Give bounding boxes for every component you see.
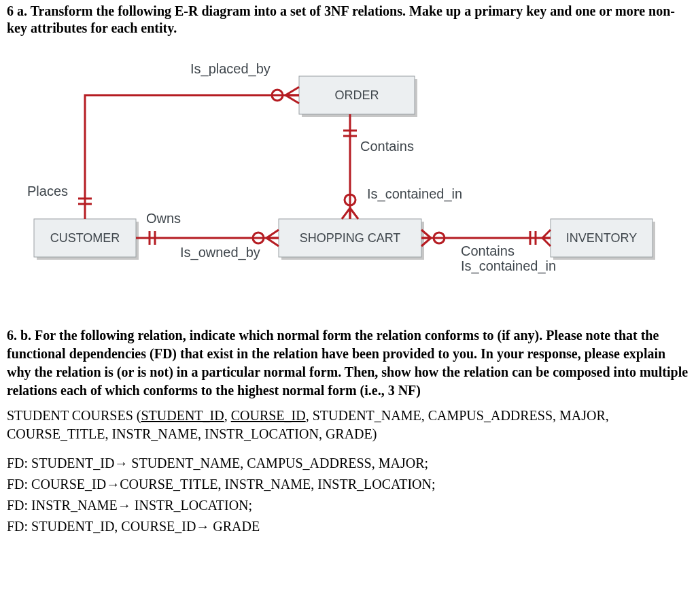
label-contains-right: Contains xyxy=(461,243,515,259)
label-is-contained-in-right: Is_contained_in xyxy=(461,258,556,274)
er-diagram: ORDER CUSTOMER SHOPPING CART INVENTORY xyxy=(7,49,680,307)
label-is-placed-by: Is_placed_by xyxy=(190,61,271,77)
relation-name: STUDENT COURSES xyxy=(7,408,133,423)
label-contains-top: Contains xyxy=(360,139,414,154)
label-places: Places xyxy=(27,184,68,199)
label-is-owned-by: Is_owned_by xyxy=(180,245,260,260)
question-6a: 6 a. Transform the following E-R diagram… xyxy=(7,3,689,37)
entity-inventory-label: INVENTORY xyxy=(566,231,637,245)
label-owns: Owns xyxy=(146,211,181,226)
fd-line-3: FD: INSTR_NAME→ INSTR_LOCATION; xyxy=(7,496,689,515)
entity-customer-label: CUSTOMER xyxy=(50,231,120,245)
relation-schema: STUDENT COURSES (STUDENT_ID, COURSE_ID, … xyxy=(7,407,689,443)
erd-svg: ORDER CUSTOMER SHOPPING CART INVENTORY xyxy=(7,49,680,307)
fd-line-1: FD: STUDENT_ID→ STUDENT_NAME, CAMPUS_ADD… xyxy=(7,454,689,473)
entity-order-label: ORDER xyxy=(334,88,379,102)
label-is-contained-in-top: Is_contained_in xyxy=(367,186,462,202)
entity-cart-label: SHOPPING CART xyxy=(300,231,401,245)
fd-line-4: FD: STUDENT_ID, COURSE_ID→ GRADE xyxy=(7,517,689,536)
relation-pk2: COURSE_ID xyxy=(231,408,306,423)
fd-line-2: FD: COURSE_ID→COURSE_TITLE, INSTR_NAME, … xyxy=(7,475,689,494)
question-6b: 6. b. For the following relation, indica… xyxy=(7,326,689,400)
relation-pk1: STUDENT_ID xyxy=(141,408,224,423)
